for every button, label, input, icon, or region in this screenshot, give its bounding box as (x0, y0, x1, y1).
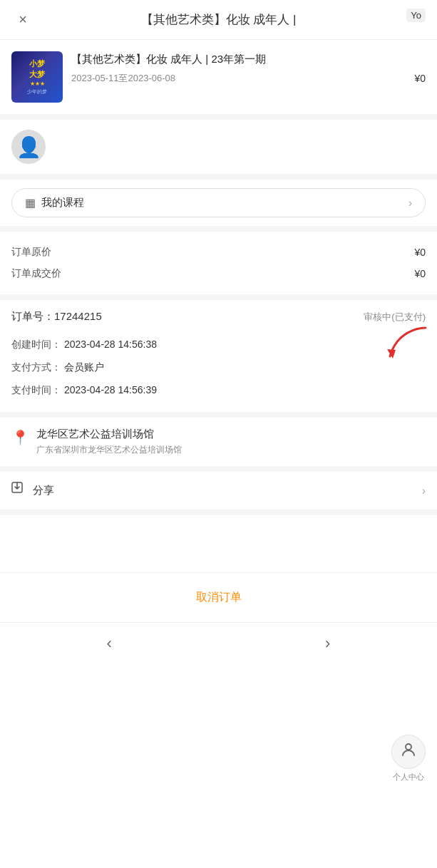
venue-address: 广东省深圳市龙华区艺术公益培训场馆 (36, 444, 426, 456)
order-number: 订单号：17244215 (11, 310, 102, 324)
thumb-sub-text: 少年的梦 (27, 88, 47, 95)
personal-center-icon (400, 741, 417, 763)
venue-info: 龙华区艺术公益培训场馆 广东省深圳市龙华区艺术公益培训场馆 (36, 428, 426, 456)
share-icon (11, 482, 26, 500)
payment-time-row: 支付时间： 2023-04-28 14:56:39 (11, 379, 426, 402)
venue-name: 龙华区艺术公益培训场馆 (36, 428, 426, 441)
share-label: 分享 (33, 484, 54, 497)
final-price-row: 订单成交价 ¥0 (11, 263, 426, 284)
bottom-section: 取消订单 (0, 572, 437, 622)
close-button[interactable]: × (11, 9, 34, 31)
avatar: 👤 (11, 130, 46, 164)
created-time-value: 2023-04-28 14:56:38 (64, 339, 157, 350)
original-price-label: 订单原价 (11, 246, 51, 259)
order-status: 审核中(已支付) (364, 311, 426, 324)
spacer (0, 515, 437, 572)
avatar-icon: 👤 (16, 135, 41, 159)
payment-method-label: 支付方式： (11, 361, 61, 374)
course-price: ¥0 (414, 73, 426, 84)
thumb-main-text: 小梦 (29, 58, 45, 68)
my-courses-button[interactable]: ▦ 我的课程 › (11, 188, 426, 217)
thumb-stars: ★★★ (30, 81, 45, 87)
my-courses-label: 我的课程 (41, 196, 84, 210)
course-title: 【其他艺术类】化妆 成年人 | 23年第一期 (71, 51, 426, 68)
personal-center-button[interactable]: 个人中心 (391, 735, 426, 782)
payment-time-value: 2023-04-28 14:56:39 (64, 384, 157, 396)
course-section: 小梦 大梦 ★★★ 少年的梦 【其他艺术类】化妆 成年人 | 23年第一期 20… (0, 40, 437, 120)
svg-point-2 (406, 744, 411, 750)
order-section: 订单号：17244215 审核中(已支付) 创建时间： 2023-04-28 1… (0, 300, 437, 418)
page-title: 【其他艺术类】化妆 成年人 | (34, 11, 403, 28)
my-courses-left: ▦ 我的课程 (25, 196, 84, 210)
my-courses-section: ▦ 我的课程 › (0, 180, 437, 232)
avatar-section: 👤 (0, 120, 437, 180)
my-courses-arrow-icon: › (408, 197, 412, 210)
venue-section: 📍 龙华区艺术公益培训场馆 广东省深圳市龙华区艺术公益培训场馆 (0, 418, 437, 472)
final-price-value: ¥0 (414, 268, 426, 279)
location-icon: 📍 (11, 429, 29, 446)
course-date-text: 2023-05-11至2023-06-08 (71, 72, 175, 85)
share-arrow-icon: › (422, 485, 426, 497)
final-price-label: 订单成交价 (11, 267, 61, 280)
order-number-value: 17244215 (54, 310, 102, 322)
header: × 【其他艺术类】化妆 成年人 | ··· Yo (0, 0, 437, 40)
back-nav-button[interactable]: ‹ (86, 631, 133, 656)
payment-time-label: 支付时间： (11, 384, 61, 397)
share-left: 分享 (11, 482, 54, 500)
created-time-row: 创建时间： 2023-04-28 14:56:38 (11, 334, 426, 356)
personal-center-circle (391, 735, 426, 769)
forward-nav-button[interactable]: › (304, 631, 351, 656)
course-info: 【其他艺术类】化妆 成年人 | 23年第一期 2023-05-11至2023-0… (71, 51, 426, 85)
personal-center-label: 个人中心 (393, 772, 424, 782)
share-section[interactable]: 分享 › (0, 472, 437, 515)
course-thumbnail: 小梦 大梦 ★★★ 少年的梦 (11, 51, 63, 103)
original-price-value: ¥0 (414, 247, 426, 258)
price-section: 订单原价 ¥0 订单成交价 ¥0 (0, 232, 437, 300)
thumb-main-text2: 大梦 (29, 69, 45, 79)
cancel-order-button[interactable]: 取消订单 (179, 584, 259, 611)
payment-method-row: 支付方式： 会员账户 (11, 356, 426, 379)
original-price-row: 订单原价 ¥0 (11, 242, 426, 263)
order-header: 订单号：17244215 审核中(已支付) (11, 310, 426, 324)
created-time-label: 创建时间： (11, 339, 61, 351)
yo-badge: Yo (406, 9, 426, 22)
payment-method-value: 会员账户 (64, 361, 104, 374)
order-number-label: 订单号： (11, 310, 54, 322)
course-date: 2023-05-11至2023-06-08 ¥0 (71, 72, 426, 85)
bottom-nav: ‹ › (0, 622, 437, 664)
courses-icon: ▦ (25, 196, 36, 210)
